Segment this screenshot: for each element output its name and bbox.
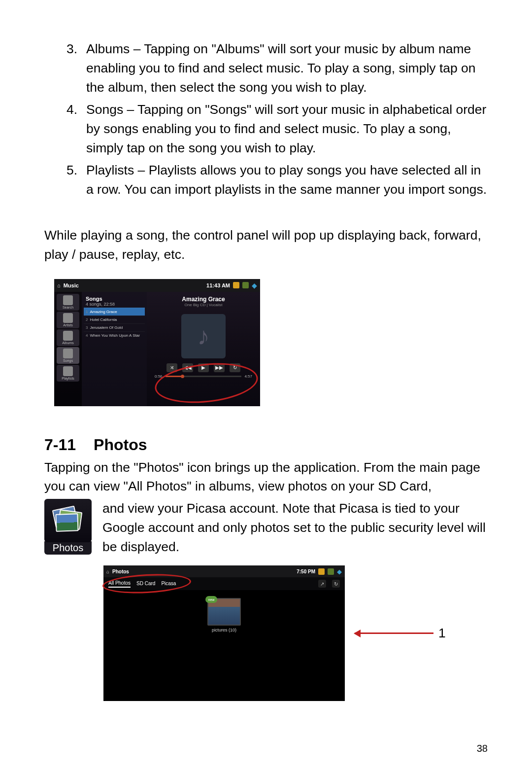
list-number: 3. <box>66 39 86 97</box>
now-playing-title: Amazing Grace <box>182 296 225 303</box>
callout-number: 1 <box>438 626 446 641</box>
list-text: Songs – Tapping on "Songs" will sort you… <box>86 100 488 158</box>
callout-leader: 1 <box>355 626 446 641</box>
paragraph-control-panel: While playing a song, the control panel … <box>44 226 488 264</box>
list-text: Playlists – Playlists allows you to play… <box>86 161 488 199</box>
section-title: Photos <box>94 436 147 454</box>
album-thumbnail[interactable]: new pictures (10) <box>206 598 242 632</box>
share-icon[interactable]: ↗ <box>318 580 326 588</box>
sidebar-item-search[interactable]: Search <box>57 294 79 311</box>
album-label: pictures (10) <box>206 628 242 632</box>
clock: 11:43 AM <box>206 282 230 288</box>
refresh-icon[interactable]: ↻ <box>332 580 340 588</box>
music-sidebar: Search Artists Albums Songs Playlists <box>54 292 82 406</box>
home-icon: ⌂ <box>57 282 61 288</box>
photos-continuation-text: and view your Picasa account. Note that … <box>102 499 488 557</box>
section-number: 7-11 <box>44 436 76 454</box>
arrow-icon <box>355 632 433 634</box>
now-playing-subtitle: One Big CD | Vocalist <box>185 303 223 307</box>
status-bar: ⌂ Music 11:43 AM ◆ <box>54 279 260 292</box>
home-icon: ⌂ <box>106 569 109 574</box>
ordered-list: 3. Albums – Tapping on "Albums" will sor… <box>66 39 488 199</box>
list-item: 3. Albums – Tapping on "Albums" will sor… <box>66 39 488 97</box>
music-song-list: Songs4 songs, 22:58 1Amazing Grace 2Hote… <box>82 292 147 406</box>
app-title: Photos <box>112 569 129 574</box>
music-app-screenshot: ⌂ Music 11:43 AM ◆ Search Artists Albums… <box>54 279 260 406</box>
sidebar-item-playlists[interactable]: Playlists <box>57 365 79 382</box>
sidebar-item-songs[interactable]: Songs <box>57 347 79 364</box>
album-art-icon <box>181 314 226 358</box>
wifi-icon: ◆ <box>252 281 257 289</box>
list-item: 5. Playlists – Playlists allows you to p… <box>66 161 488 199</box>
photos-app-screenshot: ⌂ Photos 7:50 PM ◆ All Photos SD Card Pi… <box>103 565 345 701</box>
song-row[interactable]: 3Jerusalem Of Gold <box>84 323 145 331</box>
photos-intro-text: Tapping on the "Photos" icon brings up t… <box>44 458 488 496</box>
clock: 7:50 PM <box>297 569 315 574</box>
sidebar-item-artists[interactable]: Artists <box>57 312 79 328</box>
list-number: 4. <box>66 100 86 158</box>
song-row[interactable]: 1Amazing Grace <box>84 308 145 316</box>
list-number: 5. <box>66 161 86 199</box>
status-icon <box>233 282 239 288</box>
battery-icon <box>242 282 249 288</box>
list-item: 4. Songs – Tapping on "Songs" will sort … <box>66 100 488 158</box>
battery-icon <box>328 568 334 575</box>
photos-app-icon: Photos <box>44 499 92 555</box>
sidebar-item-albums[interactable]: Albums <box>57 329 79 346</box>
section-heading: 7-11Photos <box>44 436 488 454</box>
photos-icon-image <box>44 499 92 542</box>
photos-icon-label: Photos <box>44 541 92 555</box>
list-text: Albums – Tapping on "Albums" will sort y… <box>86 39 488 97</box>
wifi-icon: ◆ <box>337 568 342 575</box>
app-title: Music <box>64 282 79 288</box>
page-number: 38 <box>477 743 488 754</box>
new-badge: new <box>205 596 217 603</box>
status-icon <box>318 568 325 575</box>
song-row[interactable]: 2Hotel California <box>84 316 145 323</box>
song-row[interactable]: 4When You Wish Upon A Star <box>84 331 145 339</box>
